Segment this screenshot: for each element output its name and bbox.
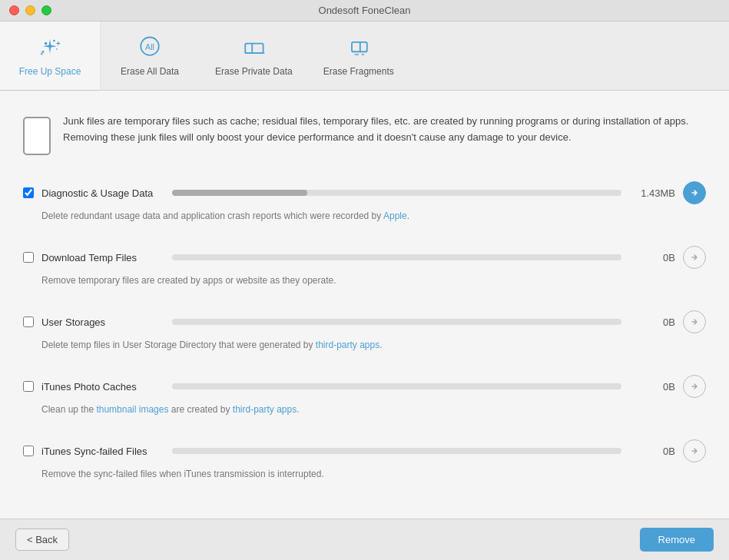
svg-point-3 xyxy=(42,51,45,53)
itunes-photo-caches-action-button[interactable] xyxy=(683,375,706,398)
itunes-sync-failed-name: iTunes Sync-failed Files xyxy=(41,446,164,457)
svg-text:All: All xyxy=(145,41,154,51)
category-row: iTunes Sync-failed Files 0B Remove the s… xyxy=(23,439,706,489)
category-header: User Storages 0B xyxy=(23,310,706,333)
title-bar: Ondesoft FoneClean xyxy=(0,0,729,22)
download-temp-progress-bar xyxy=(172,254,621,260)
category-row: User Storages 0B Delete temp files in Us… xyxy=(23,310,706,360)
diagnostic-usage-action-button[interactable] xyxy=(683,181,706,204)
user-storages-name: User Storages xyxy=(41,316,164,328)
erase-fragments-icon xyxy=(345,34,373,61)
itunes-sync-failed-checkbox[interactable] xyxy=(23,446,34,456)
arrow-right-icon xyxy=(689,446,700,456)
user-storages-desc: Delete temp files in User Storage Direct… xyxy=(41,338,706,352)
diagnostic-usage-size: 1.43MB xyxy=(629,187,675,199)
diagnostic-usage-progress-fill xyxy=(172,190,307,196)
user-storages-progress-bar xyxy=(172,319,621,325)
category-header: iTunes Photo Caches 0B xyxy=(23,375,706,398)
download-temp-checkbox[interactable] xyxy=(23,252,34,263)
arrow-right-icon xyxy=(689,316,700,327)
tab-erase-fragments-label: Erase Fragments xyxy=(323,66,394,77)
category-header: Diagnostic & Usage Data 1.43MB xyxy=(23,181,706,204)
download-temp-size: 0B xyxy=(629,252,675,263)
tab-free-up-space-label: Free Up Space xyxy=(19,66,81,77)
svg-point-1 xyxy=(53,39,55,41)
tab-erase-all-data[interactable]: All Erase All Data xyxy=(100,22,200,90)
download-temp-action-button[interactable] xyxy=(683,246,706,269)
svg-point-0 xyxy=(45,41,48,45)
user-storages-checkbox[interactable] xyxy=(23,316,34,327)
arrow-right-icon xyxy=(689,187,700,198)
itunes-sync-failed-desc: Remove the sync-failed files when iTunes… xyxy=(41,467,706,481)
footer: < Back Remove xyxy=(0,519,729,560)
app-title: Ondesoft FoneClean xyxy=(319,5,411,16)
diagnostic-usage-checkbox[interactable] xyxy=(23,187,34,198)
user-storages-action-button[interactable] xyxy=(683,310,706,333)
download-temp-name: Download Temp Files xyxy=(41,252,164,263)
user-storages-size: 0B xyxy=(629,316,675,328)
categories-list: Diagnostic & Usage Data 1.43MB Delete re… xyxy=(23,181,706,489)
itunes-photo-caches-size: 0B xyxy=(629,381,675,393)
tab-erase-fragments[interactable]: Erase Fragments xyxy=(308,22,409,90)
itunes-photo-caches-checkbox[interactable] xyxy=(23,381,34,392)
arrow-right-icon xyxy=(689,252,700,263)
category-row: iTunes Photo Caches 0B Clean up the thum… xyxy=(23,375,706,424)
arrow-right-icon xyxy=(689,381,700,392)
main-content: Junk files are temporary files such as c… xyxy=(0,91,729,519)
category-row: Diagnostic & Usage Data 1.43MB Delete re… xyxy=(23,181,706,230)
sparkle-icon xyxy=(36,34,64,61)
tab-erase-all-data-label: Erase All Data xyxy=(121,66,179,77)
svg-point-2 xyxy=(56,48,58,49)
tab-free-up-space[interactable]: Free Up Space xyxy=(0,22,100,90)
maximize-button[interactable] xyxy=(41,5,51,15)
remove-button-label: Remove xyxy=(658,534,695,545)
category-row: Download Temp Files 0B Remove temporary … xyxy=(23,246,706,295)
category-header: iTunes Sync-failed Files 0B xyxy=(23,439,706,462)
diagnostic-usage-name: Diagnostic & Usage Data xyxy=(41,187,164,199)
info-box: Junk files are temporary files such as c… xyxy=(23,106,706,163)
svg-rect-6 xyxy=(246,43,263,53)
download-temp-desc: Remove temporary files are created by ap… xyxy=(41,273,706,287)
tab-erase-private-data[interactable]: Erase Private Data xyxy=(200,22,308,90)
close-button[interactable] xyxy=(9,5,19,15)
back-button[interactable]: < Back xyxy=(15,529,69,551)
minimize-button[interactable] xyxy=(25,5,35,15)
info-text: Junk files are temporary files such as c… xyxy=(63,114,706,146)
back-button-label: < Back xyxy=(27,534,58,545)
tab-erase-private-data-label: Erase Private Data xyxy=(215,66,293,77)
itunes-photo-caches-desc: Clean up the thumbnail images are create… xyxy=(41,403,706,416)
itunes-sync-failed-action-button[interactable] xyxy=(683,439,706,462)
phone-icon xyxy=(23,117,51,155)
remove-button[interactable]: Remove xyxy=(640,528,714,552)
erase-private-icon xyxy=(240,34,267,61)
diagnostic-usage-desc: Delete redundant usage data and applicat… xyxy=(41,209,706,223)
svg-rect-9 xyxy=(352,41,367,51)
itunes-photo-caches-name: iTunes Photo Caches xyxy=(41,381,164,393)
itunes-sync-failed-progress-bar xyxy=(172,448,621,454)
diagnostic-usage-progress-bar xyxy=(172,190,621,196)
itunes-sync-failed-size: 0B xyxy=(629,446,675,457)
category-header: Download Temp Files 0B xyxy=(23,246,706,269)
erase-all-icon: All xyxy=(136,34,164,61)
itunes-photo-caches-progress-bar xyxy=(172,383,621,389)
traffic-lights xyxy=(9,5,51,15)
nav-tabs: Free Up Space All Erase All Data Erase P… xyxy=(0,22,729,91)
